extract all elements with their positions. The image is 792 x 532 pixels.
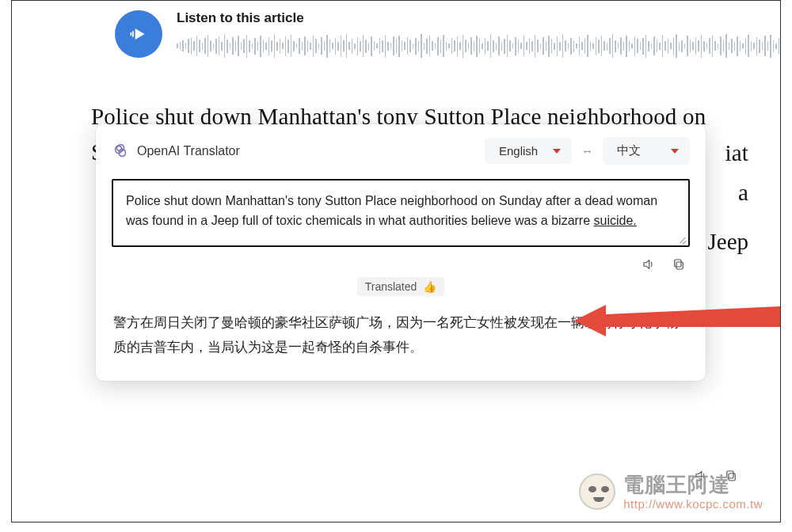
translator-brand: OpenAI Translator — [112, 142, 240, 160]
article-frame: Listen to this article Police shut down … — [11, 0, 781, 522]
source-textarea[interactable]: Police shut down Manhattan's tony Sutton… — [112, 179, 690, 247]
chevron-down-icon — [671, 149, 679, 154]
language-selectors: English ↔ 中文 — [485, 137, 690, 165]
source-actions — [115, 256, 687, 272]
resize-handle-icon[interactable] — [677, 234, 687, 244]
swap-languages-icon[interactable]: ↔ — [581, 144, 593, 158]
source-text-underlined: suicide. — [594, 214, 637, 227]
target-language-label: 中文 — [617, 143, 641, 158]
headline-frag-2: a — [738, 175, 748, 211]
openai-logo-icon — [112, 142, 129, 160]
source-language-select[interactable]: English — [485, 138, 572, 164]
audio-waveform[interactable] — [177, 34, 781, 58]
thumbs-up-icon[interactable]: 👍 — [423, 280, 436, 293]
source-text: Police shut down Manhattan's tony Sutton… — [126, 194, 657, 227]
copy-source-button[interactable] — [671, 256, 687, 272]
status-label: Translated — [365, 280, 417, 293]
watermark-avatar-icon — [579, 473, 615, 510]
translate-status: Translated 👍 — [357, 277, 445, 296]
svg-rect-0 — [676, 262, 683, 269]
headline-frag: iat — [725, 135, 748, 171]
translated-text: 警方在周日关闭了曼哈顿的豪华社区萨顿广场，因为一名死亡女性被发现在一辆装满有毒化… — [112, 310, 690, 360]
target-language-select[interactable]: 中文 — [603, 137, 690, 165]
speaker-icon — [642, 257, 656, 272]
audio-title: Listen to this article — [177, 10, 781, 26]
watermark-url: http://www.kocpc.com.tw — [623, 498, 763, 511]
play-button[interactable] — [115, 10, 162, 58]
copy-icon — [672, 257, 686, 272]
translator-brand-name: OpenAI Translator — [137, 144, 240, 158]
watermark-name: 電腦王阿達 — [623, 473, 763, 496]
source-language-label: English — [499, 144, 538, 158]
site-watermark: 電腦王阿達 http://www.kocpc.com.tw — [579, 473, 763, 511]
play-icon — [128, 24, 149, 44]
audio-player: Listen to this article — [115, 10, 748, 63]
translator-popup: OpenAI Translator English ↔ 中文 Police sh… — [96, 124, 706, 381]
translator-header: OpenAI Translator English ↔ 中文 — [112, 137, 690, 165]
svg-rect-1 — [675, 260, 681, 267]
translate-status-row: Translated 👍 — [112, 277, 690, 296]
speak-source-button[interactable] — [641, 256, 657, 272]
chevron-down-icon — [553, 149, 561, 154]
